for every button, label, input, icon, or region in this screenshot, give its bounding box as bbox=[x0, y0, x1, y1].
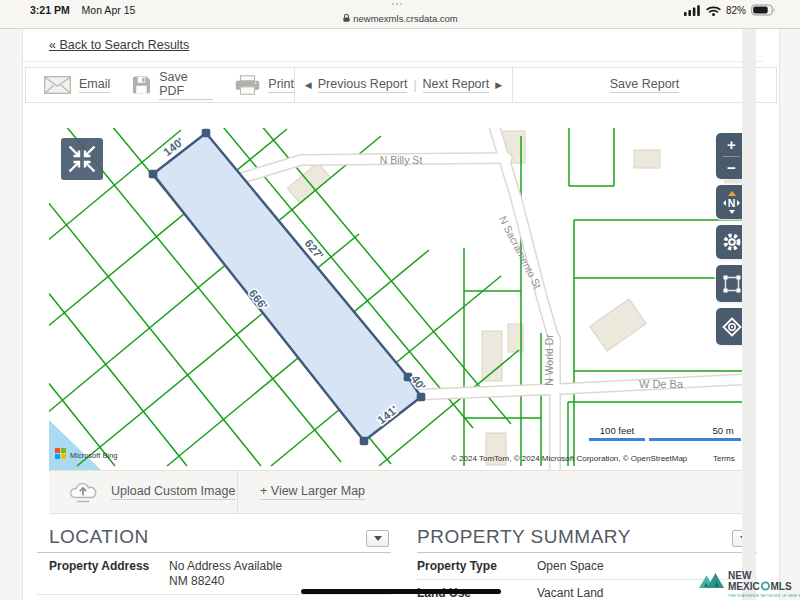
mls-logo-graphic: NEW MEXIC MLS THE STATEWIDE NETWORK OF N… bbox=[699, 566, 800, 600]
export-actions: Email Save PDF bbox=[26, 68, 295, 102]
save-pdf-label: Save PDF bbox=[159, 70, 213, 100]
brand-word-new: NEW bbox=[728, 570, 752, 581]
horizontal-scrollbar[interactable] bbox=[301, 589, 501, 594]
battery-percent: 82% bbox=[726, 5, 746, 16]
rotate-left-icon[interactable] bbox=[723, 200, 726, 206]
upload-custom-image-label: Upload Custom Image bbox=[111, 484, 235, 500]
url-text: newmexmls.crsdata.com bbox=[353, 13, 458, 24]
location-header: LOCATION bbox=[37, 524, 391, 553]
bing-logo-text: Microsoft Bing bbox=[70, 451, 118, 460]
printer-icon bbox=[235, 75, 260, 95]
address-bar[interactable]: newmexmls.crsdata.com bbox=[0, 13, 800, 24]
scale-meters-label: 50 m bbox=[712, 425, 733, 436]
cloud-upload-icon bbox=[67, 481, 99, 503]
subdivision-row: Subdivision N Rosw City Sub Di bbox=[37, 594, 391, 600]
terms-link[interactable]: Terms bbox=[713, 454, 735, 463]
scale-meters-bar bbox=[649, 438, 741, 441]
previous-arrow-icon: ◀ bbox=[305, 80, 312, 90]
wifi-icon bbox=[706, 5, 721, 16]
brand-word-mls: MLS bbox=[771, 581, 792, 592]
property-summary-title: PROPERTY SUMMARY bbox=[417, 526, 631, 548]
street-label-n-world-dr: N World Dr bbox=[543, 334, 555, 386]
property-address-value: No Address Available NM 88240 bbox=[169, 559, 282, 589]
next-report-link[interactable]: Next Report bbox=[423, 77, 490, 93]
gear-icon bbox=[721, 231, 743, 253]
parcel-boundary-lines bbox=[49, 128, 751, 466]
compass-north-icon bbox=[728, 191, 736, 196]
battery-icon bbox=[751, 4, 776, 16]
lock-icon bbox=[342, 13, 350, 23]
save-report-cell: Save Report bbox=[513, 68, 776, 102]
brand-word-mexico: MEXIC bbox=[728, 581, 760, 592]
brand-tagline: THE STATEWIDE NETWORK OF NEW MEXICO REAL… bbox=[728, 594, 800, 598]
street-label-w-de-baca: W De Ba bbox=[639, 378, 684, 390]
report-card: « Back to Search Results Email bbox=[22, 28, 780, 600]
location-collapse-button[interactable] bbox=[366, 530, 389, 547]
map-overview-button[interactable] bbox=[61, 138, 103, 180]
view-larger-map-button[interactable]: + View Larger Map bbox=[238, 471, 751, 513]
map-attribution: © 2024 TomTom, © 2024 Microsoft Corporat… bbox=[451, 454, 688, 463]
compass-letter: N bbox=[728, 197, 736, 209]
locate-target-icon bbox=[721, 316, 743, 338]
report-pager: ◀ Previous Report | Next Report ▶ bbox=[295, 68, 513, 102]
save-pdf-button[interactable]: Save PDF bbox=[132, 70, 213, 100]
previous-report-link[interactable]: Previous Report bbox=[318, 77, 408, 93]
water-area bbox=[49, 420, 101, 470]
property-type-label: Property Type bbox=[417, 559, 537, 574]
chevron-down-icon bbox=[374, 536, 382, 541]
view-larger-map-label: + View Larger Map bbox=[260, 484, 365, 500]
floppy-disk-icon bbox=[132, 75, 151, 95]
property-address-label: Property Address bbox=[49, 559, 169, 589]
divider bbox=[23, 61, 763, 62]
map-footer-bar: Upload Custom Image + View Larger Map bbox=[49, 470, 751, 514]
map-canvas: N Billy St N Sacramento St N World Dr W … bbox=[49, 128, 751, 470]
email-button[interactable]: Email bbox=[44, 76, 110, 94]
subject-parcel-highlight[interactable] bbox=[153, 133, 421, 441]
pager-separator: | bbox=[413, 78, 416, 92]
back-to-search-results-link[interactable]: « Back to Search Results bbox=[49, 38, 189, 52]
vertical-scrollbar-track[interactable] bbox=[742, 28, 756, 600]
tilt-down-icon[interactable] bbox=[729, 210, 735, 214]
property-address-row: Property Address No Address Available NM… bbox=[37, 553, 391, 594]
report-toolbar: Email Save PDF bbox=[25, 67, 777, 103]
brand-o-icon bbox=[762, 582, 769, 589]
parcel-map[interactable]: N Billy St N Sacramento St N World Dr W … bbox=[49, 128, 751, 470]
street-label-n-billy-st: N Billy St bbox=[380, 154, 423, 166]
property-type-value: Open Space bbox=[537, 559, 604, 574]
land-use-value: Vacant Land bbox=[537, 586, 604, 600]
new-mexico-mls-logo: NEW MEXIC MLS THE STATEWIDE NETWORK OF N… bbox=[699, 566, 800, 600]
rotate-right-icon[interactable] bbox=[737, 200, 740, 206]
bing-logo[interactable]: Microsoft Bing bbox=[55, 448, 118, 460]
screen: 3:21 PM Mon Apr 15 newmexmls.crsdata.com bbox=[0, 0, 800, 600]
browser-page: « Back to Search Results Email bbox=[0, 28, 800, 600]
next-arrow-icon: ▶ bbox=[495, 80, 502, 90]
collapse-arrows-icon bbox=[61, 138, 103, 180]
property-summary-header: PROPERTY SUMMARY bbox=[417, 524, 757, 553]
location-title: LOCATION bbox=[49, 526, 149, 548]
scale-feet-bar bbox=[589, 438, 645, 441]
marquee-select-icon bbox=[721, 273, 743, 295]
ms-logo-icon bbox=[55, 448, 60, 453]
status-bar: 3:21 PM Mon Apr 15 newmexmls.crsdata.com bbox=[0, 0, 800, 29]
envelope-icon bbox=[44, 76, 71, 94]
multitasking-indicator-icon bbox=[392, 3, 402, 5]
print-label: Print bbox=[268, 77, 294, 93]
upload-custom-image-button[interactable]: Upload Custom Image bbox=[49, 471, 238, 513]
email-label: Email bbox=[79, 77, 110, 93]
scale-feet-label: 100 feet bbox=[600, 425, 635, 436]
print-button[interactable]: Print bbox=[235, 75, 294, 95]
save-report-button[interactable]: Save Report bbox=[610, 77, 679, 93]
cellular-signal-icon bbox=[684, 5, 701, 16]
